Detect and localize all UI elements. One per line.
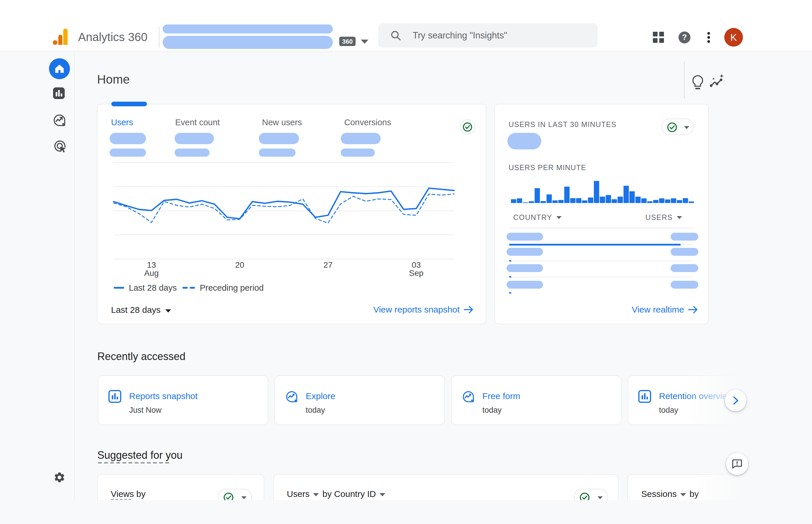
realtime-column-users[interactable]: USERS bbox=[645, 213, 682, 222]
legend-solid-swatch bbox=[114, 287, 124, 289]
chevron-down-icon bbox=[380, 493, 385, 496]
suggested-card-title: Views by bbox=[111, 489, 146, 499]
minute-bar bbox=[594, 181, 599, 203]
minute-bar bbox=[689, 201, 694, 203]
realtime-row-users-redacted bbox=[671, 264, 698, 272]
recent-card-title[interactable]: Reports snapshot bbox=[129, 391, 197, 401]
feedback-button[interactable] bbox=[726, 453, 748, 475]
realtime-row-country-redacted bbox=[507, 281, 543, 289]
legend-label-current: Last 28 days bbox=[129, 283, 177, 293]
google-apps-grid-icon[interactable] bbox=[653, 32, 664, 43]
minute-bar bbox=[606, 195, 611, 203]
insights-lightbulb-icon[interactable] bbox=[690, 74, 705, 92]
suggested-title-part[interactable]: Views by bbox=[111, 489, 146, 499]
sidebar bbox=[0, 51, 75, 500]
help-icon[interactable]: ? bbox=[679, 31, 690, 44]
realtime-row-bar bbox=[509, 292, 511, 294]
sort-caret-icon bbox=[677, 216, 682, 219]
recent-card-reports-snapshot[interactable]: Reports snapshotJust Now bbox=[98, 375, 268, 425]
x-axis-day-label: 20 bbox=[235, 260, 244, 269]
recent-card-subtitle: today bbox=[306, 406, 325, 415]
minute-bar bbox=[535, 188, 540, 203]
explore-icon bbox=[461, 390, 475, 405]
realtime-row-bar bbox=[509, 244, 681, 246]
sidebar-item-reports[interactable] bbox=[53, 87, 65, 99]
minute-bar bbox=[570, 198, 575, 203]
recent-card-title[interactable]: Free form bbox=[482, 391, 520, 401]
arrow-right-icon bbox=[464, 305, 474, 314]
advertising-icon bbox=[52, 138, 67, 153]
app-header: Analytics 360 360 Try searching "Insight… bbox=[0, 0, 812, 51]
minute-bar bbox=[665, 199, 670, 203]
x-axis-day-label: 13 bbox=[147, 260, 156, 269]
recent-carousel-next-button[interactable] bbox=[725, 390, 746, 411]
avatar[interactable]: K bbox=[724, 28, 743, 47]
chevron-right-icon bbox=[731, 395, 740, 406]
date-range-selector[interactable]: Last 28 days bbox=[111, 305, 171, 315]
legend-label-preceding: Preceding period bbox=[200, 283, 264, 293]
minute-bar bbox=[529, 201, 534, 203]
realtime-row-bar-track bbox=[510, 277, 693, 277]
legend-dashed-swatch bbox=[182, 287, 188, 289]
minute-bar bbox=[635, 197, 641, 203]
suggested-row-fade bbox=[694, 472, 812, 500]
metric-carousel-indicator bbox=[111, 102, 147, 106]
recent-card-free-form[interactable]: Free formtoday bbox=[451, 375, 621, 425]
view-reports-snapshot-link[interactable]: View reports snapshot bbox=[373, 305, 474, 315]
minute-bar bbox=[511, 199, 516, 203]
chevron-down-icon bbox=[241, 496, 246, 499]
suggested-title-part[interactable]: Sessions bbox=[641, 489, 677, 499]
minute-bar bbox=[659, 198, 664, 203]
sidebar-item-explore[interactable] bbox=[52, 113, 67, 128]
chevron-down-icon bbox=[680, 493, 686, 496]
recent-card-explore[interactable]: Exploretoday bbox=[274, 375, 445, 425]
recent-card-subtitle: today bbox=[482, 406, 501, 415]
legend-dashed-swatch2 bbox=[190, 287, 195, 289]
minute-bar bbox=[582, 200, 587, 203]
sidebar-item-advertising[interactable] bbox=[52, 138, 67, 153]
bottom-strip bbox=[0, 500, 812, 524]
realtime-row-users-redacted bbox=[671, 233, 698, 241]
sidebar-item-home[interactable] bbox=[49, 58, 70, 79]
realtime-card: USERS IN LAST 30 MINUTES USERS PER MINUT… bbox=[494, 104, 708, 324]
table-header-divider bbox=[509, 228, 694, 228]
date-range-caret-icon bbox=[165, 309, 171, 313]
report-icon bbox=[108, 390, 122, 404]
realtime-row-users-redacted bbox=[671, 281, 698, 289]
realtime-row-bar-track bbox=[510, 261, 693, 261]
report-card-icon bbox=[638, 390, 651, 403]
property-name-redacted[interactable] bbox=[163, 36, 333, 49]
minute-bar bbox=[546, 194, 552, 203]
view-realtime-link[interactable]: View realtime bbox=[632, 305, 698, 315]
realtime-row-country-redacted bbox=[507, 233, 543, 241]
insights-sparkline-icon[interactable] bbox=[709, 73, 726, 92]
chevron-down-icon bbox=[598, 496, 603, 499]
realtime-row-country-redacted bbox=[507, 264, 543, 272]
recent-card-title[interactable]: Explore bbox=[306, 391, 335, 401]
explore-icon bbox=[52, 113, 67, 128]
account-360-badge: 360 bbox=[339, 37, 355, 46]
sort-caret-icon bbox=[556, 216, 562, 219]
minute-bar bbox=[612, 199, 617, 203]
search-input[interactable]: Try searching "Insights" bbox=[378, 23, 598, 48]
sidebar-item-admin[interactable] bbox=[53, 471, 66, 484]
realtime-column-country[interactable]: COUNTRY bbox=[513, 213, 562, 222]
more-options-kebab-icon[interactable] bbox=[707, 32, 710, 44]
gear-icon bbox=[53, 471, 66, 484]
account-name-redacted[interactable] bbox=[163, 24, 333, 33]
realtime-row-country-redacted bbox=[507, 248, 543, 256]
property-switcher-caret-icon[interactable] bbox=[361, 39, 368, 44]
suggested-title-part[interactable]: Users bbox=[287, 489, 309, 499]
report-card-icon bbox=[108, 390, 122, 403]
minute-bar bbox=[558, 200, 564, 203]
recent-row-fade bbox=[685, 373, 812, 428]
minute-bar bbox=[600, 197, 605, 203]
suggested-card-title: Sessionsby bbox=[641, 489, 699, 499]
suggested-title-part[interactable]: by Country ID bbox=[322, 489, 376, 499]
minute-bar bbox=[552, 200, 558, 203]
realtime-row-bar bbox=[509, 260, 511, 262]
minute-bar bbox=[641, 198, 647, 203]
minute-bar bbox=[564, 187, 570, 203]
home-icon bbox=[54, 64, 65, 74]
chevron-down-icon bbox=[313, 493, 319, 496]
